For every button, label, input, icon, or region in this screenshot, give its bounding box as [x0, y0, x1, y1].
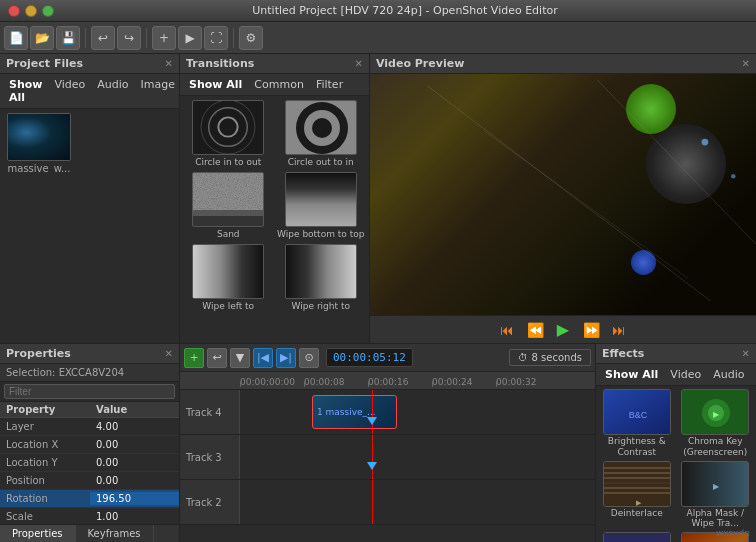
export-button[interactable]: ▶ [178, 26, 202, 50]
list-item[interactable]: massive_w... [4, 113, 74, 174]
track-label: Track 4 [180, 390, 240, 434]
list-item[interactable]: Sand [184, 172, 273, 240]
trans-tab-filter[interactable]: Filter [313, 77, 346, 92]
list-item[interactable]: ▶ Chroma Key (Greenscreen) [678, 389, 754, 458]
import-button[interactable]: + [152, 26, 176, 50]
playhead [372, 435, 373, 479]
ruler-marks: 00:00:00:00 00:00:08 00:00:16 00:00:24 0… [240, 377, 560, 387]
list-item[interactable]: Circle out to in [277, 100, 366, 168]
properties-panel: Properties ✕ Selection: EXCCA8V204 Prope… [0, 344, 180, 542]
svg-point-7 [312, 118, 332, 138]
trans-tab-showall[interactable]: Show All [186, 77, 245, 92]
track-content[interactable] [240, 480, 595, 524]
properties-selection: Selection: EXCCA8V204 [0, 364, 179, 382]
prop-value[interactable]: 0.00 [90, 456, 124, 469]
save-button[interactable]: 💾 [56, 26, 80, 50]
timeline-duration: ⏱ 8 seconds [509, 349, 591, 366]
list-item[interactable]: ▶ Negative Negative [599, 532, 675, 542]
table-row: Rotation 196.50 [0, 490, 179, 508]
list-item[interactable]: B&C Brightness & Contrast [599, 389, 675, 458]
close-button[interactable] [8, 5, 20, 17]
rewind-button[interactable]: ⏮ [497, 320, 517, 340]
list-item[interactable]: Wipe right to [277, 244, 366, 312]
track-content[interactable]: 1 massive_... [240, 390, 595, 434]
list-item[interactable]: ▶ Deinterlace [599, 461, 675, 530]
play-button[interactable]: ▶ [553, 320, 573, 340]
watermark: wxsxdn [716, 528, 750, 538]
timeline-toolbar: + ↩ ▼ |◀ ▶| ⊙ 00:00:05:12 ⏱ 8 seconds [180, 344, 595, 372]
timeline-clip[interactable]: 1 massive_... [312, 395, 397, 429]
svg-line-12 [597, 80, 756, 245]
add-track-button[interactable]: + [184, 348, 204, 368]
track-content[interactable] [240, 435, 595, 479]
transitions-close-icon[interactable]: ✕ [355, 58, 363, 69]
preview-close-icon[interactable]: ✕ [742, 58, 750, 69]
end-button[interactable]: ⏭ [609, 320, 629, 340]
tab-show-all[interactable]: Show All [6, 77, 45, 105]
tab-audio[interactable]: Audio [94, 77, 131, 105]
timeline-panel: + ↩ ▼ |◀ ▶| ⊙ 00:00:05:12 ⏱ 8 seconds 00… [180, 344, 596, 542]
effect-thumb-deinterlace: ▶ [603, 461, 671, 507]
track-label: Track 3 [180, 435, 240, 479]
timeline-back-button[interactable]: ↩ [207, 348, 227, 368]
timeline-prev-button[interactable]: |◀ [253, 348, 273, 368]
filter-input[interactable] [4, 384, 175, 399]
effects-tab-audio[interactable]: Audio [710, 367, 747, 382]
titlebar: Untitled Project [HDV 720 24p] - OpenSho… [0, 0, 756, 22]
preferences-button[interactable]: ⚙ [239, 26, 263, 50]
transition-thumb-wipe-r [285, 244, 357, 299]
prop-name: Location X [0, 438, 90, 451]
undo-button[interactable]: ↩ [91, 26, 115, 50]
project-files-icons: ✕ [165, 58, 173, 69]
tab-video[interactable]: Video [51, 77, 88, 105]
list-item[interactable]: ▶ Alpha Mask / Wipe Tra... [678, 461, 754, 530]
open-button[interactable]: 📂 [30, 26, 54, 50]
properties-header: Properties ✕ [0, 344, 179, 364]
trans-tab-common[interactable]: Common [251, 77, 307, 92]
minimize-button[interactable] [25, 5, 37, 17]
transitions-panel: Transitions ✕ Show All Common Filter [180, 54, 370, 343]
playhead [372, 480, 373, 524]
timeline-ruler: 00:00:00:00 00:00:08 00:00:16 00:00:24 0… [180, 372, 595, 390]
props-tab-keyframes[interactable]: Keyframes [76, 525, 154, 542]
maximize-button[interactable] [42, 5, 54, 17]
effects-close-icon[interactable]: ✕ [742, 348, 750, 359]
prop-value[interactable]: 0.00 [90, 438, 124, 451]
effect-label: Brightness & Contrast [599, 436, 675, 458]
main-toolbar: 📄 📂 💾 ↩ ↪ + ▶ ⛶ ⚙ [0, 22, 756, 54]
ruler-mark: 00:00:24 [432, 377, 496, 387]
timeline-next-button[interactable]: ▶| [276, 348, 296, 368]
properties-close-icon[interactable]: ✕ [165, 348, 173, 359]
new-button[interactable]: 📄 [4, 26, 28, 50]
project-files-panel: Project Files ✕ Show All Video Audio Ima… [0, 54, 180, 343]
project-files-title: Project Files [6, 57, 83, 70]
prop-name: Position [0, 474, 90, 487]
list-item[interactable]: Wipe bottom to top [277, 172, 366, 240]
back-button[interactable]: ⏪ [525, 320, 545, 340]
video-preview-panel: Video Preview ✕ [370, 54, 756, 343]
effects-tab-video[interactable]: Video [667, 367, 704, 382]
effect-label: Alpha Mask / Wipe Tra... [678, 508, 754, 530]
list-item[interactable]: Circle in to out [184, 100, 273, 168]
prop-value[interactable]: 0.00 [90, 474, 124, 487]
timeline-filter-button[interactable]: ▼ [230, 348, 250, 368]
effects-header: Effects ✕ [596, 344, 756, 364]
list-item[interactable]: Wipe left to [184, 244, 273, 312]
effects-tab-showall[interactable]: Show All [602, 367, 661, 382]
prop-value[interactable]: 4.00 [90, 420, 124, 433]
effect-label: Chroma Key (Greenscreen) [678, 436, 754, 458]
table-row: Track 2 [180, 480, 595, 525]
prop-value[interactable]: 1.00 [90, 510, 124, 523]
fullscreen-button[interactable]: ⛶ [204, 26, 228, 50]
timeline-zoom-button[interactable]: ⊙ [299, 348, 319, 368]
redo-button[interactable]: ↪ [117, 26, 141, 50]
effects-title: Effects [602, 347, 644, 360]
svg-point-14 [702, 139, 709, 146]
tab-image[interactable]: Image [138, 77, 178, 105]
video-lines-overlay [370, 74, 756, 315]
forward-button[interactable]: ⏩ [581, 320, 601, 340]
prop-value-editable[interactable]: 196.50 [90, 492, 179, 505]
table-row: Location Y 0.00 [0, 454, 179, 472]
props-tab-properties[interactable]: Properties [0, 525, 76, 542]
panel-options-icon[interactable]: ✕ [165, 58, 173, 69]
